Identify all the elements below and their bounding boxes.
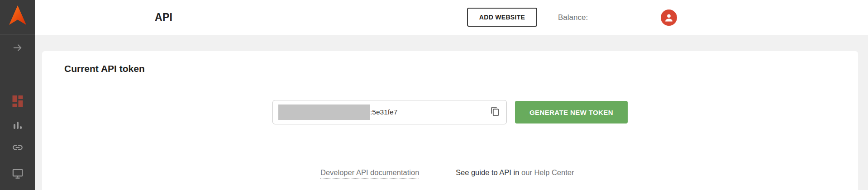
add-website-button[interactable]: ADD WEBSITE [467, 8, 537, 27]
api-token-field[interactable]: :5e31fe7 [272, 100, 507, 124]
token-redaction-overlay [278, 104, 370, 120]
generate-new-token-button[interactable]: GENERATE NEW TOKEN [515, 101, 628, 124]
developer-api-documentation-link[interactable]: Developer API documentation [320, 168, 419, 179]
bar-chart-icon[interactable] [12, 119, 24, 131]
help-guide-text: See guide to API in our Help Center [456, 168, 574, 177]
help-center-link[interactable]: our Help Center [521, 168, 574, 178]
monitor-icon[interactable] [11, 167, 24, 180]
token-visible-text: :5e31fe7 [370, 108, 397, 116]
guide-prefix-text: See guide to API in [456, 168, 519, 176]
page-title: API [155, 0, 172, 35]
links-row: Developer API documentation See guide to… [42, 168, 858, 182]
copy-icon [489, 106, 501, 119]
user-avatar-icon[interactable] [661, 10, 677, 26]
brand-arrow-logo[interactable] [7, 4, 28, 28]
dashboard-grid-icon[interactable] [12, 95, 23, 108]
sidebar-divider [0, 34, 35, 35]
sidebar [0, 0, 35, 190]
balance-label: Balance: [558, 0, 588, 35]
copy-token-button[interactable] [488, 106, 501, 119]
arrow-right-icon[interactable] [12, 42, 23, 53]
api-page: API ADD WEBSITE Balance: Current API tok… [0, 0, 868, 190]
topbar: API ADD WEBSITE Balance: [35, 0, 868, 35]
card-heading: Current API token [64, 63, 145, 74]
link-icon[interactable] [12, 142, 24, 153]
current-token-card: Current API token :5e31fe7 GENERATE NEW … [42, 51, 858, 190]
